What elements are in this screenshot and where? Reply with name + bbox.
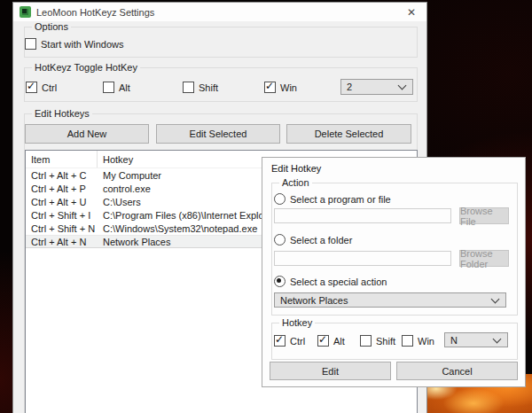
dialog-shift-label: Shift [376, 336, 395, 347]
program-radio-row: Select a program or file [274, 193, 391, 205]
dialog-shift-checkbox[interactable] [360, 335, 372, 347]
window-title: LeoMoon HotKeyz Settings [36, 7, 154, 18]
title-bar: LeoMoon HotKeyz Settings [13, 3, 426, 21]
delete-selected-button[interactable]: Delete Selected [286, 124, 411, 144]
program-radio-label: Select a program or file [290, 194, 391, 205]
toggle-shift-checkbox[interactable] [183, 82, 194, 93]
dialog-ctrl-checkbox[interactable] [274, 335, 286, 347]
action-group-label: Action [279, 177, 312, 188]
folder-radio[interactable] [274, 234, 286, 245]
folder-radio-row: Select a folder [274, 234, 352, 245]
toggle-ctrl-row: Ctrl [26, 82, 57, 93]
dialog-key-value: N [450, 335, 458, 346]
column-header-hotkey[interactable]: Hotkey [98, 151, 133, 168]
add-new-button[interactable]: Add New [25, 124, 149, 144]
item-cell: Ctrl + Alt + C [26, 170, 98, 181]
app-icon [20, 6, 31, 18]
folder-radio-label: Select a folder [290, 235, 352, 245]
dialog-alt-checkbox[interactable] [317, 335, 329, 347]
program-radio[interactable] [274, 193, 286, 205]
special-action-value: Network Places [280, 295, 348, 306]
chevron-down-icon [493, 334, 502, 343]
special-radio-label: Select a special action [290, 277, 387, 287]
hotkey-cell: control.exe [98, 183, 151, 194]
toggle-alt-label: Alt [119, 82, 130, 93]
cancel-button[interactable]: Cancel [396, 362, 518, 380]
dialog-ctrl-label: Ctrl [290, 336, 305, 347]
toggle-ctrl-checkbox[interactable] [26, 82, 37, 93]
toggle-key-value: 2 [347, 82, 352, 92]
toggle-ctrl-label: Ctrl [42, 82, 57, 93]
dialog-alt-label: Alt [333, 336, 345, 347]
toggle-key-combobox[interactable]: 2 [340, 79, 413, 95]
dialog-title: Edit Hotkey [271, 163, 321, 174]
dialog-key-combobox[interactable]: N [444, 332, 508, 347]
edit-hotkeys-group-label: Edit Hotkeys [32, 108, 92, 119]
hotkey-cell: Network Places [98, 237, 170, 247]
special-action-radio[interactable] [274, 276, 286, 287]
edit-selected-button[interactable]: Edit Selected [156, 124, 280, 144]
start-with-windows-checkbox[interactable] [25, 38, 36, 50]
close-icon[interactable]: ✕ [396, 3, 426, 21]
options-group-label: Options [32, 21, 71, 32]
toggle-win-checkbox[interactable] [264, 82, 276, 93]
chevron-down-icon [398, 82, 407, 90]
dialog-shift-row: Shift [360, 335, 395, 347]
browse-folder-button[interactable]: Browse Folder [459, 250, 509, 267]
dialog-ctrl-row: Ctrl [274, 335, 305, 347]
dialog-win-row: Win [402, 335, 434, 347]
chevron-down-icon [491, 294, 500, 303]
dialog-win-checkbox[interactable] [402, 335, 413, 347]
start-with-windows-label: Start with Windows [41, 39, 124, 50]
toggle-alt-row: Alt [103, 82, 130, 93]
toggle-alt-checkbox[interactable] [103, 82, 114, 93]
folder-input[interactable] [274, 251, 451, 266]
special-action-combobox[interactable]: Network Places [274, 292, 506, 308]
program-file-input[interactable] [274, 208, 451, 223]
hotkey-cell: C:\Windows\System32\notepad.exe [98, 223, 257, 234]
toggle-win-label: Win [280, 82, 297, 93]
item-cell: Ctrl + Alt + N [26, 237, 98, 247]
item-cell: Ctrl + Alt + P [26, 183, 98, 194]
toggle-win-row: Win [264, 82, 297, 93]
dialog-win-label: Win [418, 336, 434, 347]
column-header-item[interactable]: Item [26, 151, 98, 168]
item-cell: Ctrl + Alt + U [26, 197, 98, 207]
item-cell: Ctrl + Shift + N [26, 223, 98, 234]
dialog-alt-row: Alt [317, 335, 345, 347]
item-cell: Ctrl + Shift + I [26, 210, 98, 221]
hotkey-cell: C:\Users [98, 197, 141, 207]
start-with-windows-row: Start with Windows [25, 38, 124, 50]
edit-hotkey-dialog: Edit Hotkey Action Select a program or f… [262, 157, 526, 387]
edit-button[interactable]: Edit [270, 362, 391, 380]
special-radio-row: Select a special action [274, 276, 387, 287]
dialog-hotkey-group-label: Hotkey [279, 317, 315, 328]
toggle-shift-label: Shift [199, 82, 218, 93]
toggle-hotkey-group-label: HotKeyz Toggle HotKey [32, 62, 140, 73]
toggle-shift-row: Shift [183, 82, 218, 93]
hotkey-cell: My Computer [98, 170, 161, 181]
browse-file-button[interactable]: Browse File [459, 207, 509, 224]
